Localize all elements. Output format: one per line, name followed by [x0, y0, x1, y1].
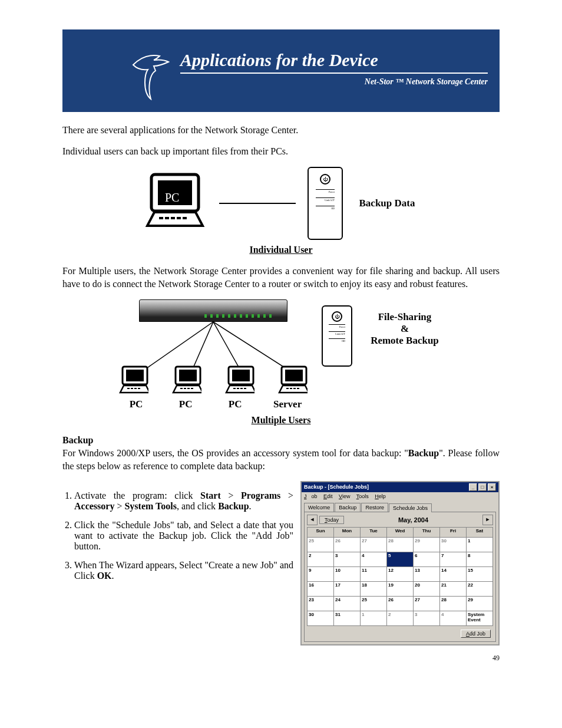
- svg-rect-14: [127, 388, 130, 389]
- svg-rect-2: [159, 217, 163, 219]
- menu-tools: Tools: [356, 493, 369, 499]
- svg-rect-19: [179, 370, 197, 381]
- backup-heading: Backup: [62, 435, 500, 446]
- svg-rect-26: [233, 388, 236, 389]
- pc-label-3: PC: [218, 398, 252, 410]
- minimize-button[interactable]: _: [469, 483, 477, 491]
- tab-welcome[interactable]: Welcome: [304, 503, 334, 512]
- svg-rect-15: [131, 388, 133, 389]
- svg-rect-27: [237, 388, 239, 389]
- backup-data-label: Backup Data: [355, 197, 419, 209]
- pc-label-1: PC: [119, 398, 153, 410]
- close-button[interactable]: ×: [488, 483, 496, 491]
- today-button[interactable]: Today: [319, 516, 344, 524]
- step-3: When The Wizard appears, Select "Create …: [74, 560, 293, 581]
- connection-line: [219, 202, 296, 205]
- fileshare-label-3: Remote Backup: [366, 335, 443, 347]
- svg-rect-4: [171, 217, 175, 219]
- header-banner: Applications for the Device Net-Stor ™ N…: [62, 29, 500, 112]
- svg-rect-23: [191, 388, 193, 389]
- svg-rect-16: [134, 388, 137, 389]
- svg-rect-22: [187, 388, 190, 389]
- banner-title: Applications for the Device: [180, 50, 488, 74]
- svg-rect-34: [293, 388, 296, 389]
- menu-job: Job: [304, 493, 318, 499]
- intro-text-1: There are several applications for the N…: [62, 124, 500, 137]
- menu-help: Help: [375, 493, 386, 499]
- menu-edit: Edit: [323, 493, 333, 499]
- multiple-users-diagram: PC PC PC Server ⏻ Power Link/ACT HD File…: [62, 299, 500, 410]
- intro-text-2: Individual users can back up important f…: [62, 145, 500, 158]
- multiple-users-caption: Multiple Users: [62, 415, 500, 426]
- eagle-logo-icon: [127, 41, 174, 100]
- pc-label-2: PC: [168, 398, 203, 410]
- next-month-button[interactable]: ►: [482, 515, 493, 525]
- svg-rect-17: [138, 388, 140, 389]
- selected-date: 5: [387, 552, 414, 566]
- step-2: Click the "Schedule Jobs" tab, and Selec…: [74, 520, 293, 552]
- svg-rect-20: [180, 388, 183, 389]
- multi-intro-text: For Multiple users, the Network Storage …: [62, 265, 500, 290]
- prev-month-button[interactable]: ◄: [307, 515, 318, 525]
- svg-rect-5: [177, 217, 181, 219]
- svg-rect-28: [240, 388, 243, 389]
- svg-rect-6: [183, 217, 187, 219]
- pc-small-icon: [172, 365, 201, 395]
- svg-rect-35: [297, 388, 299, 389]
- menu-bar[interactable]: Job Edit View Tools Help: [302, 492, 498, 500]
- add-job-button[interactable]: Add Job: [461, 630, 491, 638]
- tab-restore[interactable]: Restore: [361, 503, 388, 512]
- individual-user-diagram: PC ⏻ Power Link/ACT HD Backup Data: [62, 167, 500, 240]
- step-1: Activate the program: click Start > Prog…: [74, 490, 293, 512]
- system-event-cell: System Event: [467, 611, 493, 625]
- maximize-button[interactable]: □: [478, 483, 487, 491]
- page-number: 49: [62, 654, 500, 663]
- window-title: Backup - [Schedule Jobs]: [304, 484, 369, 490]
- switch-icon: [139, 299, 287, 322]
- svg-rect-31: [285, 370, 303, 381]
- fileshare-label-2: &: [366, 323, 443, 335]
- storage-device-icon-2: ⏻ Power Link/ACT HD: [322, 305, 352, 367]
- svg-line-10: [213, 322, 240, 369]
- storage-device-icon: ⏻ Power Link/ACT HD: [308, 167, 343, 240]
- backup-intro: For Windows 2000/XP users, the OS provid…: [62, 447, 500, 472]
- svg-rect-32: [286, 388, 289, 389]
- tab-backup[interactable]: Backup: [335, 503, 361, 512]
- individual-user-caption: Individual User: [62, 245, 500, 255]
- server-small-icon: [278, 365, 308, 395]
- network-lines: [119, 322, 308, 369]
- fileshare-label-1: File-Sharing: [366, 311, 443, 323]
- tab-schedule-jobs[interactable]: Schedule Jobs: [389, 503, 432, 512]
- svg-rect-3: [165, 217, 169, 219]
- pc-label: PC: [165, 191, 179, 205]
- svg-line-11: [213, 322, 287, 369]
- pc-small-icon: [119, 365, 148, 395]
- pc-small-icon: [225, 365, 254, 395]
- backup-window: Backup - [Schedule Jobs] _ □ × Job Edit …: [300, 481, 500, 645]
- calendar-month: May, 2004: [344, 516, 482, 523]
- banner-subtitle: Net-Stor ™ Network Storage Center: [180, 77, 488, 87]
- svg-rect-25: [232, 370, 250, 381]
- svg-rect-29: [244, 388, 246, 389]
- svg-rect-33: [290, 388, 292, 389]
- svg-rect-21: [184, 388, 186, 389]
- menu-view: View: [339, 493, 350, 499]
- calendar-grid[interactable]: SunMonTueWedThuFriSat 2526272829301 2345…: [307, 527, 493, 626]
- server-label: Server: [267, 398, 308, 410]
- svg-rect-13: [126, 370, 144, 381]
